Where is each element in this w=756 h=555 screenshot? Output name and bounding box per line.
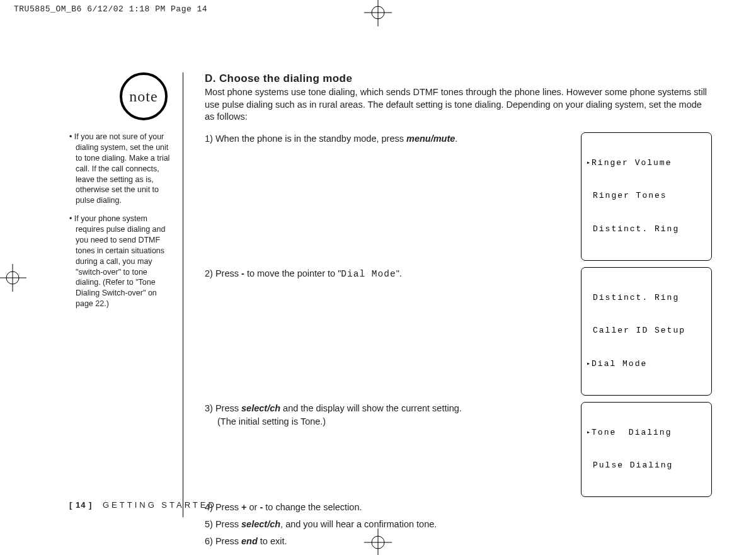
- step-6-key: end: [241, 536, 258, 546]
- step-2-post: ".: [396, 268, 402, 278]
- lcd2-line2-text: Caller ID Setup: [593, 326, 685, 335]
- lcd3-line2-text: Pulse Dialing: [593, 461, 673, 470]
- page-footer: [ 14 ] GETTING STARTED: [69, 500, 217, 510]
- step-1-text: 1) When the phone is in the standby mode…: [205, 132, 570, 146]
- lcd-display-1: Ringer Volume Ringer Tones Distinct. Rin…: [581, 132, 712, 261]
- registration-mark-top: [364, 0, 392, 26]
- step-1-post: .: [455, 134, 457, 144]
- lcd3-line2: Pulse Dialing: [587, 460, 706, 471]
- step-6-pre: 6) Press: [205, 536, 241, 546]
- page-body: note • If you are not sure of your diali…: [0, 72, 756, 517]
- section-d-intro: Most phone systems use tone dialing, whi…: [205, 86, 712, 123]
- step-4-text: 4) Press + or - to change the selection.: [205, 501, 712, 514]
- note-icon-label: note: [129, 88, 158, 105]
- lcd2-line1-text: Distinct. Ring: [593, 293, 679, 302]
- step-1-key: menu/mute: [406, 134, 455, 144]
- note-icon: note: [120, 72, 168, 120]
- step-4-or: or: [246, 502, 260, 512]
- step-3-text: 3) Press select/ch and the display will …: [205, 402, 570, 428]
- note-item: • If you are not sure of your dialing sy…: [69, 132, 171, 206]
- footer-section: GETTING STARTED: [103, 500, 217, 510]
- step-5-post: , and you will hear a confirmation tone.: [280, 519, 437, 529]
- page-number: [ 14 ]: [69, 500, 92, 510]
- lcd-display-2: Distinct. Ring Caller ID Setup Dial Mode: [581, 267, 712, 396]
- main-content: D. Choose the dialing mode Most phone sy…: [183, 72, 756, 517]
- step-1-pre: 1) When the phone is in the standby mode…: [205, 134, 406, 144]
- step-5-pre: 5) Press: [205, 519, 241, 529]
- note-list: • If you are not sure of your dialing sy…: [69, 132, 171, 317]
- lcd1-line2-text: Ringer Tones: [593, 191, 667, 200]
- note-sidebar: note • If you are not sure of your diali…: [0, 72, 183, 517]
- section-d-title: D. Choose the dialing mode: [205, 72, 712, 85]
- print-job-header: TRU5885_OM_B6 6/12/02 1:18 PM Page 14: [14, 5, 207, 13]
- step-5-text: 5) Press select/ch, and you will hear a …: [205, 518, 712, 531]
- step-1-row: 1) When the phone is in the standby mode…: [205, 132, 712, 261]
- step-3-pre: 3) Press: [205, 403, 241, 413]
- lcd1-line3-text: Distinct. Ring: [593, 224, 679, 234]
- step-2-mono: Dial Mode: [341, 269, 396, 279]
- lcd1-line1: Ringer Volume: [587, 157, 706, 169]
- step-2-mid: to move the pointer to ": [244, 268, 341, 278]
- step-3-row: 3) Press select/ch and the display will …: [205, 402, 712, 497]
- note-item: • If your phone system requires pulse di…: [69, 214, 171, 309]
- lcd3-line1: Tone Dialing: [587, 427, 706, 438]
- lcd1-line2: Ringer Tones: [587, 190, 706, 202]
- step-6-post: to exit.: [258, 536, 287, 546]
- step-3-mid: and the display will show the current se…: [280, 403, 462, 413]
- step-2-text: 2) Press - to move the pointer to "Dial …: [205, 267, 570, 281]
- lcd2-line2: Caller ID Setup: [587, 325, 706, 336]
- lcd2-line1: Distinct. Ring: [587, 292, 706, 304]
- step-2-pre: 2) Press: [205, 268, 241, 278]
- step-3-sub: (The initial setting is Tone.): [205, 415, 570, 428]
- step-3-key: select/ch: [241, 403, 280, 413]
- step-2-row: 2) Press - to move the pointer to "Dial …: [205, 267, 712, 396]
- lcd2-line3: Dial Mode: [587, 358, 706, 370]
- lcd1-line3: Distinct. Ring: [587, 224, 706, 235]
- step-4-post: to change the selection.: [263, 502, 362, 512]
- step-5-key: select/ch: [241, 519, 280, 529]
- lcd-display-3: Tone Dialing Pulse Dialing: [581, 402, 712, 497]
- step-6-text: 6) Press end to exit.: [205, 535, 712, 548]
